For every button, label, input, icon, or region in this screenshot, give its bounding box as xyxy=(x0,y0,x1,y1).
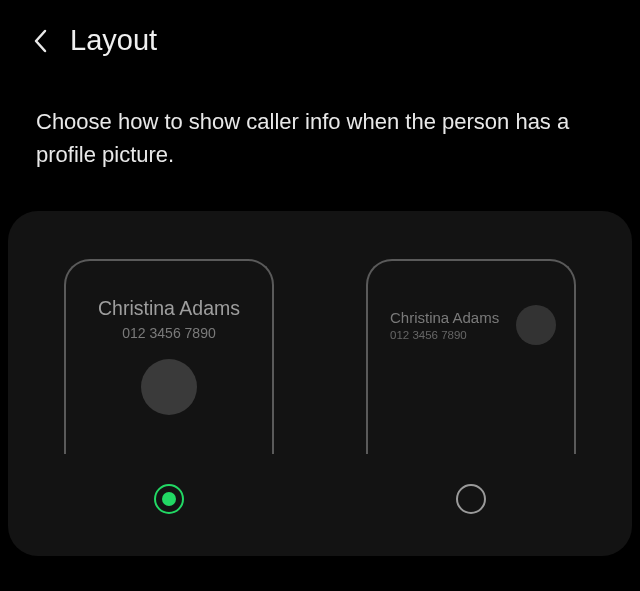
caller-name-label: Christina Adams xyxy=(390,309,499,326)
avatar-icon xyxy=(516,305,556,345)
radio-centered[interactable] xyxy=(154,484,184,514)
page-title: Layout xyxy=(70,24,157,57)
phone-inner-compact: Christina Adams 012 3456 7890 xyxy=(368,261,574,345)
radio-compact[interactable] xyxy=(456,484,486,514)
phone-inner-centered: Christina Adams 012 3456 7890 xyxy=(66,261,272,415)
description-text: Choose how to show caller info when the … xyxy=(0,75,640,211)
back-icon[interactable] xyxy=(28,29,52,53)
layout-option-centered[interactable]: Christina Adams 012 3456 7890 xyxy=(64,259,274,514)
caller-name-label: Christina Adams xyxy=(98,297,240,320)
caller-number-label: 012 3456 7890 xyxy=(122,325,215,341)
layout-option-compact[interactable]: Christina Adams 012 3456 7890 xyxy=(366,259,576,514)
phone-mockup-centered: Christina Adams 012 3456 7890 xyxy=(64,259,274,454)
phone-mockup-compact: Christina Adams 012 3456 7890 xyxy=(366,259,576,454)
layout-options-container: Christina Adams 012 3456 7890 Christina … xyxy=(8,211,632,556)
header: Layout xyxy=(0,0,640,75)
compact-text-block: Christina Adams 012 3456 7890 xyxy=(390,309,499,341)
radio-selected-dot xyxy=(162,492,176,506)
caller-number-label: 012 3456 7890 xyxy=(390,329,499,341)
avatar-icon xyxy=(141,359,197,415)
